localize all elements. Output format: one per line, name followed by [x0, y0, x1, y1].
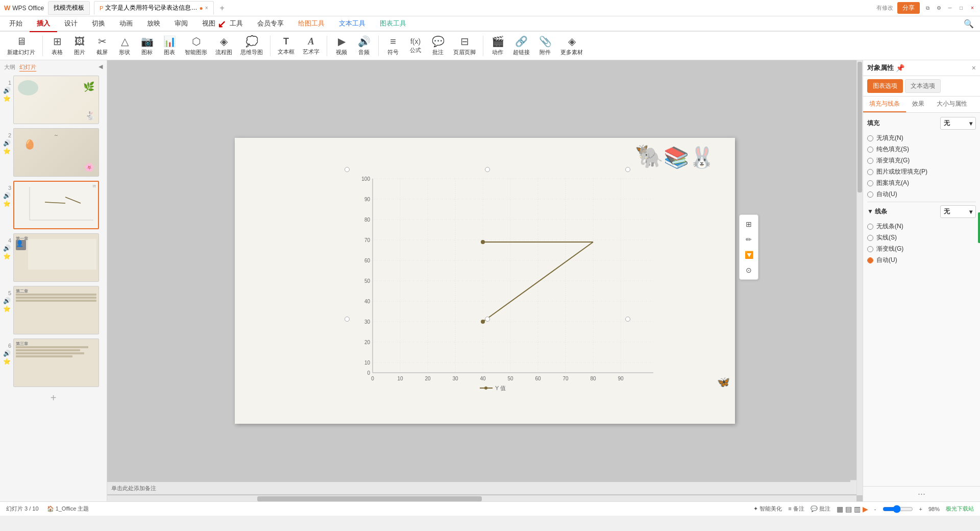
minimize-btn[interactable]: ─: [946, 5, 953, 12]
mini-btn-filter[interactable]: 🔽: [742, 248, 756, 262]
search-icon[interactable]: 🔍: [960, 19, 978, 29]
line-dropdown[interactable]: 无 ▾: [940, 205, 976, 218]
toolbar-attach[interactable]: 📎 附件: [535, 33, 555, 58]
tab-find-template[interactable]: 找模壳模板: [48, 1, 90, 15]
view-read-btn[interactable]: ▥: [854, 505, 861, 513]
handle-bc[interactable]: [485, 317, 490, 322]
toolbar-formula[interactable]: f(x) 公式: [405, 35, 426, 56]
panel-pin-icon[interactable]: 📌: [896, 64, 904, 72]
toolbar-symbol[interactable]: ≡ 符号: [383, 34, 403, 58]
tab-member[interactable]: 会员专享: [250, 16, 291, 32]
chart-container[interactable]: 100 90 80 70 60 50 40 30 20 10 0 0: [347, 168, 664, 393]
view-normal-btn[interactable]: ▦: [837, 505, 843, 513]
handle-bl[interactable]: [345, 317, 350, 322]
line-gradient[interactable]: 渐变线(G): [867, 245, 976, 253]
v-scroll-thumb[interactable]: [857, 62, 862, 192]
tab-start[interactable]: 开始: [2, 16, 30, 32]
toolbar-more[interactable]: ◈ 更多素材: [557, 33, 586, 58]
tab-view[interactable]: 视图: [195, 16, 223, 32]
toolbar-link[interactable]: 🔗 超链接: [510, 33, 533, 58]
panel-close-icon[interactable]: ×: [972, 64, 976, 72]
fill-auto[interactable]: 自动(U): [867, 190, 976, 199]
add-slide-btn[interactable]: +: [2, 392, 105, 404]
toolbar-mindmap[interactable]: 💭 思维导图: [237, 33, 266, 58]
subtab-fill[interactable]: 填充与线条: [863, 96, 906, 112]
mini-btn-edit[interactable]: ✏: [742, 232, 756, 247]
panel-tab-chart[interactable]: 图表选项: [867, 79, 903, 93]
slide-item-6[interactable]: 6 🔊 ⭐ 第三章: [2, 337, 105, 388]
toolbar-audio[interactable]: 🔊 音频: [354, 33, 374, 58]
toolbar-new-slide[interactable]: 🖥 新建幻灯片: [4, 34, 38, 58]
subtab-size[interactable]: 大小与属性: [930, 96, 973, 112]
restore-btn[interactable]: ⧉: [924, 5, 931, 12]
slide-item-2[interactable]: 2 🔊 ⭐ ～ 🥚 🌸: [2, 127, 105, 178]
maximize-btn[interactable]: □: [958, 5, 965, 12]
slide-item-5[interactable]: 5 🔊 ⭐ 第二章: [2, 285, 105, 335]
tab-transition[interactable]: 切换: [85, 16, 112, 32]
comment-btn[interactable]: 💬 批注: [811, 505, 830, 513]
zoom-in-btn[interactable]: +: [919, 506, 922, 512]
tab-insert[interactable]: 插入: [30, 16, 57, 32]
h-scrollbar[interactable]: [107, 495, 856, 501]
toolbar-action[interactable]: 🎬 动作: [487, 33, 508, 58]
fill-dropdown[interactable]: 无 ▾: [940, 117, 976, 130]
slide-item-1[interactable]: 1 🔊 ⭐ 🐇 🌿: [2, 75, 105, 125]
tab-review[interactable]: 审阅: [167, 16, 195, 32]
toolbar-screenshot[interactable]: ✂ 截屏: [92, 33, 112, 58]
panel-more[interactable]: ···: [863, 486, 980, 501]
line-solid[interactable]: 实线(S): [867, 233, 976, 242]
panel-tab-text[interactable]: 文本选项: [905, 79, 941, 93]
toolbar-comment[interactable]: 💬 批注: [428, 33, 448, 58]
tab-animation[interactable]: 动画: [112, 16, 140, 32]
tab-document[interactable]: P 文字是人类用符号记录表达信息的... ● ×: [94, 1, 213, 15]
tab-draw-tools[interactable]: 给图工具: [291, 16, 332, 32]
toolbar-textbox[interactable]: T 文本框: [275, 34, 298, 58]
present-btn[interactable]: ▶: [863, 505, 868, 513]
toolbar-chart[interactable]: 📊 图表: [159, 33, 180, 58]
notes-resize[interactable]: [850, 480, 856, 484]
tab-tools[interactable]: 工具: [223, 16, 250, 32]
add-tab-btn[interactable]: +: [218, 4, 227, 13]
toolbar-icon[interactable]: 📷 图标: [137, 33, 157, 58]
handle-tc[interactable]: [485, 167, 490, 172]
tab-slideshow[interactable]: 放映: [140, 16, 167, 32]
slide-item-4[interactable]: 4 🔊 ⭐ 第一章 👤: [2, 232, 105, 283]
settings-btn[interactable]: ⚙: [935, 5, 942, 12]
handle-tr[interactable]: [625, 167, 630, 172]
fill-pattern[interactable]: 图案填充(A): [867, 179, 976, 187]
toolbar-image[interactable]: 🖼 图片: [69, 34, 90, 58]
fill-gradient[interactable]: 渐变填充(G): [867, 156, 976, 165]
tab-design[interactable]: 设计: [57, 16, 85, 32]
zoom-slider[interactable]: [883, 505, 913, 513]
toolbar-header-footer[interactable]: ⊟ 页眉页脚: [450, 33, 479, 58]
tab-text-tools[interactable]: 文本工具: [332, 16, 373, 32]
handle-br[interactable]: [625, 317, 630, 322]
slide-canvas[interactable]: 100 90 80 70 60 50 40 30 20 10 0 0: [235, 138, 735, 424]
line-none[interactable]: 无线条(N): [867, 222, 976, 231]
fill-solid[interactable]: 纯色填充(S): [867, 145, 976, 154]
fill-none[interactable]: 无填充(N): [867, 134, 976, 142]
share-button[interactable]: 分享: [897, 2, 920, 14]
close-btn[interactable]: ×: [969, 5, 976, 12]
subtab-effect[interactable]: 效果: [906, 96, 930, 112]
toolbar-table[interactable]: ⊞ 表格: [47, 33, 67, 58]
toolbar-smart-shape[interactable]: ⬡ 智能图形: [182, 33, 210, 58]
zoom-out-btn[interactable]: -: [874, 506, 876, 512]
handle-tl[interactable]: [345, 167, 350, 172]
v-scrollbar[interactable]: [856, 60, 863, 495]
slide-item-3[interactable]: 3 🔊 ⭐ Ift: [2, 180, 105, 230]
notes-bar[interactable]: 单击此处添加备注: [107, 482, 856, 494]
toolbar-flowchart[interactable]: ◈ 流程图 ↙: [212, 33, 235, 58]
line-auto[interactable]: 自动(U): [867, 256, 976, 264]
notes-btn[interactable]: ≡ 备注: [788, 505, 804, 513]
toolbar-shape[interactable]: △ 形状: [114, 33, 135, 58]
view-slide-btn[interactable]: ▤: [845, 505, 852, 513]
tab-chart-tools[interactable]: 图表工具: [373, 16, 413, 32]
h-scroll-thumb[interactable]: [257, 496, 482, 501]
fill-picture[interactable]: 图片或纹理填充(P): [867, 167, 976, 176]
toolbar-arttext[interactable]: A 艺术字: [300, 34, 323, 58]
tab-close[interactable]: ×: [205, 5, 208, 11]
mini-btn-table[interactable]: ⊞: [742, 217, 756, 231]
toolbar-video[interactable]: ▶ 视频: [331, 33, 352, 58]
smart-beautify[interactable]: ✦ 智能美化: [753, 505, 782, 513]
